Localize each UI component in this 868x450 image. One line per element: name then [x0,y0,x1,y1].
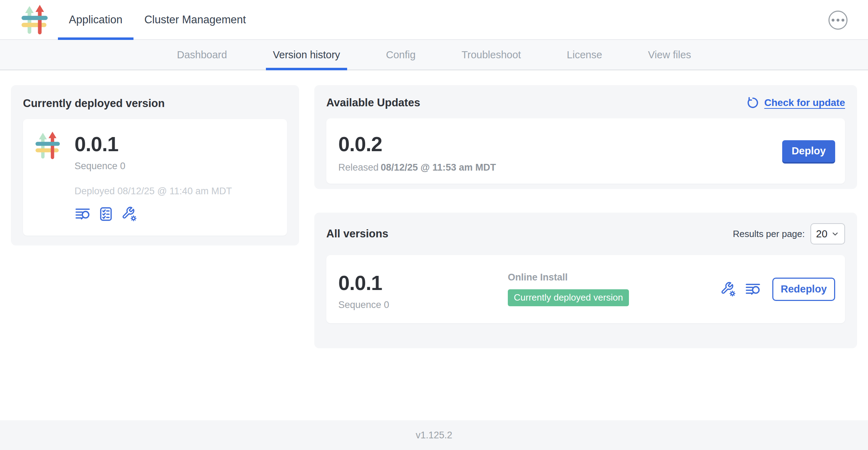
version-row: 0.0.1 Sequence 0 Online Install Currentl… [326,255,845,323]
version-history-page: Currently deployed version 0.0.1 Sequenc… [0,70,868,420]
app-sub-nav: Dashboard Version history Config Trouble… [0,40,868,70]
deployed-version-number: 0.0.1 [75,134,232,154]
deployed-panel-title: Currently deployed version [23,97,287,110]
deployed-version-card: 0.0.1 Sequence 0 Deployed 08/12/25 @ 11:… [23,119,287,236]
ellipsis-icon [832,19,834,22]
currently-deployed-badge: Currently deployed version [508,289,629,306]
wrench-gear-icon [720,282,736,297]
row-version-number: 0.0.1 [338,273,508,293]
deployed-sequence-label: Sequence 0 [75,161,232,172]
release-notes-button[interactable] [75,206,91,222]
all-versions-title: All versions [326,227,388,240]
tab-license[interactable]: License [560,40,609,70]
check-for-update-link[interactable]: Check for update [747,96,845,109]
lines-magnifier-icon [75,206,90,222]
row-sequence-label: Sequence 0 [338,300,508,310]
active-subtab-underline [266,68,347,70]
update-card: 0.0.2 Released08/12/25 @ 11:53 am MDT De… [326,118,845,184]
tab-version-history[interactable]: Version history [266,40,347,70]
released-date: 08/12/25 @ 11:53 am MDT [381,162,496,173]
tab-troubleshoot[interactable]: Troubleshoot [454,40,528,70]
tab-cluster-management[interactable]: Cluster Management [133,0,257,39]
tab-application-label: Application [69,13,123,26]
currently-deployed-panel: Currently deployed version 0.0.1 Sequenc… [11,85,299,245]
admin-console: Application Cluster Management Dashboard… [0,0,868,450]
row-edit-config-button[interactable] [720,281,736,297]
preflight-checks-button[interactable] [98,206,114,222]
app-logo-icon [20,5,49,35]
update-version-number: 0.0.2 [338,134,496,154]
edit-config-button[interactable] [121,206,137,222]
available-updates-panel: Available Updates Check for update 0.0.2… [314,85,857,189]
available-updates-title: Available Updates [326,96,420,109]
console-version: v1.125.2 [416,430,452,441]
checklist-icon [98,206,114,222]
top-nav: Application Cluster Management [0,0,868,40]
tab-dashboard[interactable]: Dashboard [170,40,234,70]
tab-cluster-management-label: Cluster Management [144,13,246,26]
update-released-timestamp: Released08/12/25 @ 11:53 am MDT [338,162,496,173]
redeploy-button[interactable]: Redeploy [772,278,835,301]
tab-application[interactable]: Application [58,0,133,39]
console-footer: v1.125.2 [0,420,868,450]
tab-config[interactable]: Config [379,40,423,70]
chevron-down-icon [831,230,839,238]
lines-magnifier-icon [745,282,761,297]
more-menu-button[interactable] [828,11,848,30]
install-type-label: Online Install [508,272,568,283]
results-per-page-value: 20 [816,228,827,240]
tab-view-files[interactable]: View files [641,40,698,70]
results-per-page-label: Results per page: [733,229,805,239]
results-per-page-select[interactable]: 20 [810,223,845,244]
row-release-notes-button[interactable] [745,281,761,297]
active-tab-underline [58,37,133,40]
all-versions-panel: All versions Results per page: 20 0.0.1 … [314,213,857,348]
wrench-gear-icon [121,206,137,222]
deploy-button[interactable]: Deploy [782,140,835,162]
app-logo-icon-small [35,130,60,161]
deployed-timestamp: Deployed 08/12/25 @ 11:40 am MDT [75,186,232,197]
refresh-ccw-icon [747,96,759,109]
